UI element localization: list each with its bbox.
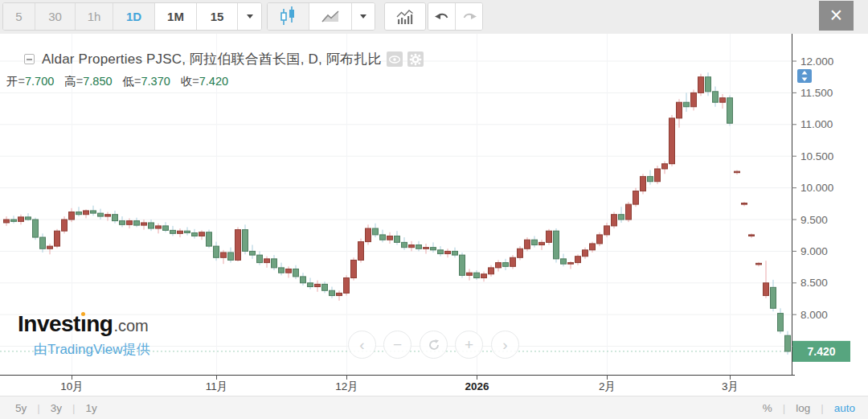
interval-dropdown[interactable] [238, 3, 261, 30]
interval-1d[interactable]: 1D [113, 3, 155, 30]
symbol-title: Aldar Properties PJSC, 阿拉伯联合酋长国, D, 阿布扎比 [42, 50, 382, 68]
chevron-down-icon [247, 14, 253, 18]
chart-type-dropdown[interactable] [352, 3, 375, 30]
undo-icon [434, 10, 450, 23]
low-value: 7.370 [141, 75, 170, 88]
interval-1h[interactable]: 1h [76, 3, 113, 30]
svg-text:11.500: 11.500 [800, 87, 833, 99]
hide-series-button[interactable] [387, 51, 403, 67]
chart-pane: 12.00011.50011.00010.50010.0009.5009.000… [0, 34, 868, 396]
percent-scale-button[interactable]: % [763, 402, 772, 414]
range-1y-button[interactable]: 1y [86, 402, 97, 414]
minus-icon: − [393, 336, 402, 354]
zoom-in-button[interactable]: + [455, 331, 483, 359]
zoom-out-button[interactable]: − [383, 331, 411, 359]
reset-chart-button[interactable] [420, 331, 448, 359]
svg-text:3月: 3月 [722, 380, 739, 392]
redo-button[interactable] [456, 3, 482, 30]
investing-logo[interactable]: Investıng.com [18, 311, 149, 337]
close-value: 7.420 [199, 75, 228, 88]
low-label: 低 [123, 75, 135, 88]
plus-icon: + [465, 336, 473, 354]
range-3y-button[interactable]: 3y [51, 402, 62, 414]
series-settings-button[interactable] [407, 51, 424, 67]
auto-scale-button[interactable]: auto [834, 402, 855, 414]
svg-text:11.000: 11.000 [800, 118, 833, 130]
undo-button[interactable] [428, 3, 456, 30]
open-value: 7.700 [25, 75, 54, 88]
interval-group: 5 30 1h 1D 1M 15 [2, 2, 262, 31]
svg-text:2月: 2月 [599, 380, 616, 392]
candlestick-type-button[interactable] [268, 3, 309, 30]
svg-text:12月: 12月 [335, 380, 358, 392]
chevron-right-icon: › [502, 336, 507, 354]
svg-text:8.000: 8.000 [800, 309, 828, 321]
svg-text:10月: 10月 [60, 380, 84, 392]
log-scale-button[interactable]: log [796, 402, 810, 414]
svg-text:11月: 11月 [206, 380, 228, 392]
svg-text:12.000: 12.000 [800, 55, 833, 68]
svg-text:2026: 2026 [465, 380, 489, 392]
toolbar: 5 30 1h 1D 1M 15 [0, 0, 868, 34]
symbol-header: Aldar Properties PJSC, 阿拉伯联合酋长国, D, 阿布扎比 [24, 50, 424, 68]
svg-text:8.500: 8.500 [800, 277, 828, 289]
scroll-left-button[interactable]: ‹ [348, 331, 376, 359]
candlestick-icon [279, 6, 297, 27]
eye-icon [388, 55, 401, 64]
line-chart-icon [321, 9, 341, 24]
close-icon: × [830, 5, 843, 27]
svg-text:9.500: 9.500 [800, 214, 828, 226]
scroll-right-button[interactable]: › [491, 331, 519, 359]
interval-30[interactable]: 30 [35, 3, 76, 30]
indicators-group [384, 2, 426, 31]
range-5y-button[interactable]: 5y [15, 402, 27, 414]
indicators-icon [395, 9, 415, 25]
history-group [428, 2, 483, 31]
indicators-button[interactable] [385, 3, 425, 30]
tradingview-credit[interactable]: 由TradingView提供 [34, 340, 150, 359]
chevron-left-icon: ‹ [359, 336, 364, 354]
ohlc-legend: 开=7.700 高=7.850 低=7.370 收=7.420 [6, 74, 239, 89]
open-label: 开 [6, 75, 18, 88]
interval-1m[interactable]: 1M [155, 3, 197, 30]
svg-text:10.000: 10.000 [800, 182, 833, 194]
redo-icon [461, 10, 477, 23]
svg-text:9.000: 9.000 [800, 245, 828, 257]
high-label: 高 [64, 75, 76, 88]
high-value: 7.850 [83, 75, 112, 88]
svg-text:10.500: 10.500 [800, 150, 833, 162]
area-type-button[interactable] [309, 3, 352, 30]
bottom-bar: 5y | 3y | 1y % | log | auto [0, 396, 868, 419]
chart-type-group [267, 2, 375, 31]
refresh-icon [428, 339, 440, 351]
chart-widget: 5 30 1h 1D 1M 15 [0, 0, 868, 419]
chevron-down-icon [360, 14, 366, 18]
interval-15[interactable]: 15 [197, 3, 238, 30]
close-button[interactable]: × [819, 1, 854, 31]
gear-icon [409, 53, 422, 66]
close-label: 收 [181, 75, 193, 88]
svg-text:7.420: 7.420 [807, 345, 835, 358]
collapse-legend-icon[interactable] [24, 54, 35, 64]
interval-5[interactable]: 5 [3, 3, 35, 30]
